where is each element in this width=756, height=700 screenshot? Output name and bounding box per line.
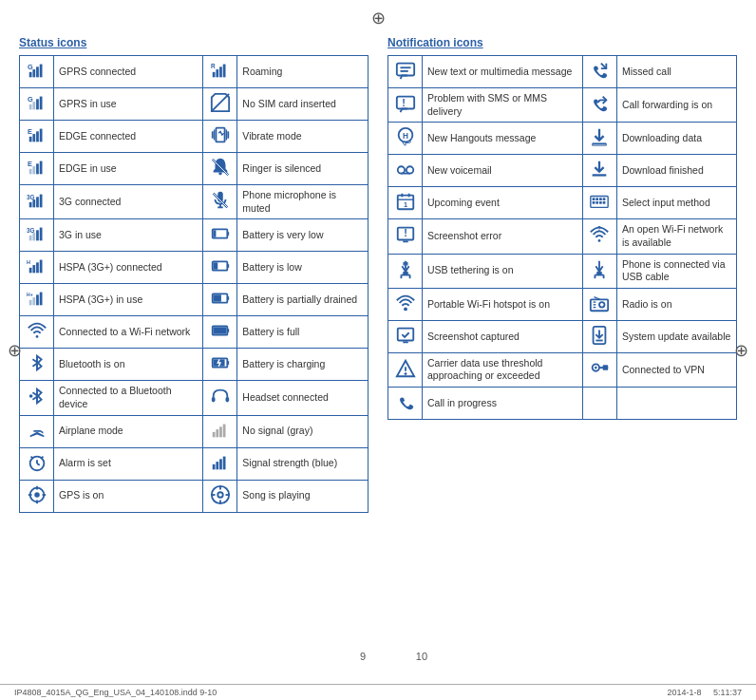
notif-icon-cell (388, 288, 423, 320)
table-row: H New Hangouts message D (388, 123, 737, 155)
screenshot-error-icon: ! (395, 224, 416, 245)
svg-rect-125 (599, 199, 602, 201)
svg-rect-66 (227, 296, 229, 300)
status-label: Battery is low (237, 252, 369, 284)
page-number-right: 10 (416, 651, 427, 662)
notif-label: Portable Wi-Fi hotspot is on (423, 288, 583, 320)
svg-rect-64 (39, 293, 42, 306)
notif-label: Screenshot error (423, 219, 583, 254)
svg-line-83 (37, 463, 40, 464)
notif-label: USB tethering is on (423, 254, 583, 288)
svg-rect-165 (603, 365, 609, 370)
airplane-mode-icon (27, 420, 47, 441)
status-icon-cell (20, 381, 54, 415)
edge-in-use-icon: E (27, 157, 47, 178)
compass-top-icon: ⊕ (371, 8, 386, 28)
status-label: GPRS connected (54, 56, 203, 88)
notif-icon-cell (582, 320, 616, 352)
main-content: Status icons G (0, 9, 756, 522)
status-icon-cell (203, 480, 237, 512)
status-icon-cell: G (20, 88, 54, 121)
notif-icon-cell (582, 123, 616, 155)
svg-text:1: 1 (403, 200, 406, 209)
filename-label: IP4808_4015A_QG_Eng_USA_04_140108.indd 9… (14, 688, 667, 697)
table-row: Airplane mode No signal (gray) (20, 415, 369, 447)
notif-icon-cell (388, 352, 423, 387)
svg-text:H: H (27, 259, 30, 265)
notif-icon-cell (388, 155, 423, 187)
notif-icon-cell (582, 56, 616, 88)
table-row: Screenshot captured System update availa… (388, 320, 737, 352)
svg-rect-54 (32, 265, 35, 273)
svg-rect-18 (28, 137, 31, 142)
notif-label: Download finished (616, 155, 736, 187)
status-label: Battery is charging (237, 349, 369, 381)
svg-text:H+: H+ (27, 292, 33, 297)
status-label: No signal (gray) (237, 415, 369, 447)
notif-label: Screenshot captured (423, 320, 583, 352)
svg-rect-129 (599, 201, 602, 204)
svg-rect-46 (32, 233, 35, 240)
svg-rect-126 (603, 199, 606, 201)
svg-rect-7 (216, 69, 218, 77)
svg-rect-102 (396, 64, 413, 76)
svg-rect-86 (213, 464, 216, 469)
svg-rect-59 (213, 263, 217, 270)
svg-rect-78 (216, 429, 218, 437)
svg-rect-22 (216, 128, 224, 142)
notif-icon-cell: H (388, 123, 423, 155)
carrier-data-icon (395, 358, 416, 379)
edge-connected-icon: E (27, 124, 47, 145)
gprs-in-use-icon: G (27, 92, 47, 113)
status-label: Connected to a Wi-Fi network (54, 316, 203, 349)
svg-text:E: E (27, 160, 31, 168)
status-label: HSPA (3G+) connected (54, 252, 203, 284)
notif-icon-cell (388, 254, 423, 288)
table-row: USB tethering is on Phone is c (388, 254, 737, 288)
notif-icon-cell (388, 388, 423, 420)
status-icon-cell (203, 185, 237, 219)
hangouts-icon: H (395, 126, 416, 147)
svg-rect-4 (39, 65, 42, 78)
screenshot-captured-icon (395, 325, 416, 346)
svg-rect-8 (219, 66, 222, 77)
svg-point-166 (595, 367, 597, 369)
status-label: Airplane mode (54, 415, 203, 447)
notif-label: Radio is on (616, 288, 736, 320)
status-label: Connected to a Bluetooth device (54, 381, 203, 415)
notif-icon-cell: ? (582, 219, 616, 254)
notif-icon-cell (582, 288, 616, 320)
svg-rect-20 (36, 131, 39, 142)
table-row: E EDGE in use (20, 153, 369, 185)
svg-text:3G: 3G (27, 194, 35, 200)
notif-icon-cell (388, 56, 423, 88)
battery-charging-icon (210, 352, 231, 373)
headset-icon (210, 386, 231, 407)
notif-label: New text or multimedia message (423, 56, 583, 88)
notif-label: Call in progress (423, 388, 583, 420)
status-icon-cell (20, 415, 54, 447)
gps-on-icon (27, 484, 47, 505)
svg-rect-124 (596, 199, 599, 201)
table-row: 3G 3G connected (20, 185, 369, 219)
status-icon-cell: E (20, 153, 54, 185)
table-row: New text or multimedia message Missed ca… (388, 56, 737, 88)
svg-rect-1 (28, 72, 31, 78)
table-row: ! Screenshot error ? (388, 219, 737, 254)
svg-rect-70 (213, 328, 226, 334)
voicemail-icon (395, 159, 416, 180)
svg-rect-154 (397, 329, 413, 341)
svg-rect-30 (36, 163, 39, 174)
svg-rect-79 (219, 426, 222, 437)
svg-rect-58 (227, 264, 229, 268)
notif-icon-cell: ! (388, 88, 423, 123)
status-icon-cell (20, 480, 54, 512)
roaming-icon: R (210, 60, 231, 81)
download-finished-icon (589, 159, 610, 180)
svg-rect-51 (213, 231, 216, 237)
notif-label: New Hangouts message (423, 123, 583, 155)
svg-rect-3 (36, 66, 39, 77)
notif-label: An open Wi-Fi network is available (616, 219, 736, 254)
status-icon-cell: G (20, 56, 54, 88)
status-label: GPS is on (54, 480, 203, 512)
